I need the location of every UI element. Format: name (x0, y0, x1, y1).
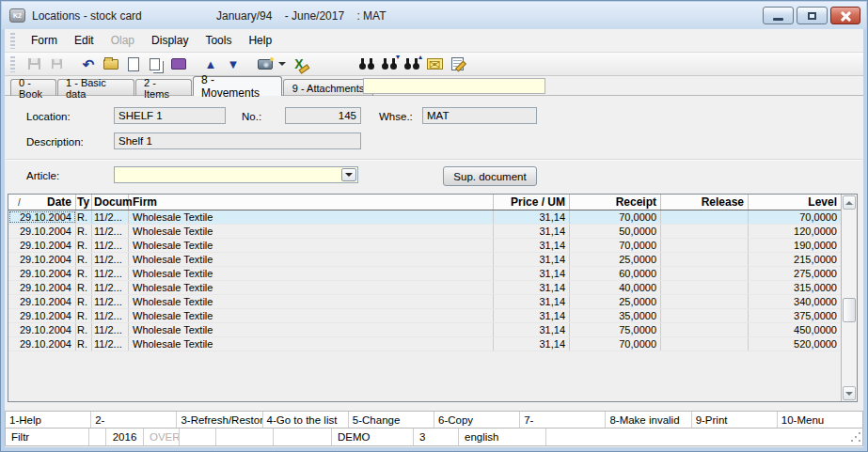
location-field[interactable]: SHELF 1 (114, 107, 226, 124)
tab-attachments[interactable]: 9 - Attachments (283, 79, 373, 96)
function-key-bar: 1-Help 2- 3-Refresh/Restore 4-Go to the … (5, 411, 863, 429)
table-row[interactable]: 29.10.2004 R. 11/2... Wholesale Textile … (8, 225, 841, 239)
menu-form[interactable]: Form (23, 30, 66, 51)
fnkey-7[interactable]: 7- (520, 412, 606, 428)
cell-price: 31,14 (494, 309, 570, 322)
cell-ty: R. (76, 239, 92, 252)
close-button[interactable] (830, 7, 860, 24)
cell-date: 29.10.2004 (8, 337, 76, 351)
find-icon[interactable] (355, 54, 378, 74)
status-bar: Filtr 2016 OVER DEMO 3 english (5, 429, 863, 446)
move-up-icon[interactable]: ▲ (199, 54, 222, 74)
cell-price: 31,14 (494, 253, 570, 266)
cell-date: 29.10.2004 (8, 253, 76, 266)
status-over-mode: OVER (144, 429, 180, 445)
table-row[interactable]: 29.10.2004 R. 11/2... Wholesale Textile … (8, 239, 841, 253)
fnkey-2[interactable]: 2- (91, 412, 177, 428)
description-field[interactable]: Shelf 1 (114, 132, 361, 149)
fnkey-1-help[interactable]: 1-Help (6, 412, 91, 428)
vertical-scrollbar[interactable] (841, 195, 857, 401)
window-title-period: January/94 - June/2017 : MAT (216, 9, 387, 23)
undo-icon[interactable]: ↶ (77, 54, 100, 74)
col-header-firm[interactable]: Firm (129, 195, 494, 210)
toolbar-gripper[interactable] (10, 56, 15, 72)
fnkey-8-make-invalid[interactable]: 8-Make invalid (606, 412, 691, 428)
move-down-icon[interactable]: ▼ (222, 54, 245, 74)
title-bar[interactable]: K2 Locations - stock card January/94 - J… (2, 2, 866, 29)
cell-level: 190,0000 (749, 239, 841, 252)
cell-receipt: 40,0000 (570, 281, 661, 294)
whse-field[interactable]: MAT (422, 107, 537, 124)
email-icon[interactable]: ✉ (423, 54, 446, 74)
tab-book[interactable]: 0 - Book (10, 79, 56, 96)
save-icon (23, 54, 45, 74)
table-row[interactable]: 29.10.2004 R. 11/2... Wholesale Textile … (8, 210, 841, 225)
col-header-receipt[interactable]: Receipt (570, 195, 661, 210)
find-previous-icon[interactable]: ▴ (401, 54, 423, 74)
status-session: 3 (414, 429, 459, 445)
movements-grid: / Date Ty Docum Firm Price / UM Receipt … (8, 194, 858, 402)
cell-date: 29.10.2004 (8, 267, 76, 280)
tab-side-input[interactable] (363, 78, 545, 94)
cell-level: 520,0000 (749, 337, 841, 351)
sup-document-button[interactable]: Sup. document (443, 166, 537, 186)
scrollbar-thumb[interactable] (843, 298, 856, 322)
copy-icon[interactable] (145, 54, 167, 74)
status-user: DEMO (332, 429, 414, 445)
col-header-docum[interactable]: Docum (92, 195, 129, 210)
table-row[interactable]: 29.10.2004 R. 11/2... Wholesale Textile … (8, 323, 841, 337)
minimize-button[interactable] (763, 7, 794, 24)
sort-indicator-icon[interactable]: / (18, 197, 21, 208)
fnkey-5-change[interactable]: 5-Change (349, 412, 434, 428)
table-row[interactable]: 29.10.2004 R. 11/2... Wholesale Textile … (8, 295, 841, 309)
menu-tools[interactable]: Tools (197, 30, 240, 51)
tab-items[interactable]: 2 - Items (135, 79, 192, 96)
scroll-down-icon[interactable] (843, 386, 856, 400)
table-row[interactable]: 29.10.2004 R. 11/2... Wholesale Textile … (8, 309, 841, 323)
open-folder-icon[interactable] (100, 54, 122, 74)
fnkey-10-menu[interactable]: 10-Menu (778, 412, 862, 428)
book-icon[interactable] (167, 54, 190, 74)
table-row[interactable]: 29.10.2004 R. 11/2... Wholesale Textile … (8, 337, 841, 351)
menubar-gripper[interactable] (10, 33, 15, 49)
article-combobox[interactable] (114, 166, 358, 183)
resize-grip-icon[interactable] (849, 432, 860, 444)
restore-button[interactable] (797, 7, 828, 24)
col-header-ty[interactable]: Ty (76, 195, 92, 210)
menu-edit[interactable]: Edit (66, 30, 103, 51)
no-field[interactable]: 145 (285, 107, 361, 124)
cell-ty: R. (76, 267, 92, 280)
status-filter: Filtr (6, 429, 89, 445)
col-header-release[interactable]: Release (661, 195, 749, 210)
fnkey-6-copy[interactable]: 6-Copy (434, 412, 520, 428)
excel-export-icon[interactable]: X (288, 54, 310, 74)
fnkey-9-print[interactable]: 9-Print (692, 412, 778, 428)
cell-docum: 11/2... (92, 281, 129, 294)
camera-icon[interactable] (254, 54, 276, 74)
cell-date: 29.10.2004 (8, 309, 76, 322)
table-row[interactable]: 29.10.2004 R. 11/2... Wholesale Textile … (8, 267, 841, 281)
cell-price: 31,14 (494, 323, 570, 336)
content-divider (5, 95, 863, 96)
cell-release (661, 253, 749, 266)
cell-level: 275,0000 (749, 267, 841, 280)
cell-docum: 11/2... (92, 267, 129, 280)
scroll-up-icon[interactable] (843, 195, 856, 210)
find-next-icon[interactable]: ▾ (378, 54, 401, 74)
table-row[interactable]: 29.10.2004 R. 11/2... Wholesale Textile … (8, 253, 841, 267)
article-dropdown-icon[interactable] (341, 168, 356, 181)
cell-price: 31,14 (494, 337, 570, 351)
table-row[interactable]: 29.10.2004 R. 11/2... Wholesale Textile … (8, 281, 841, 295)
col-header-level[interactable]: Level (749, 195, 841, 210)
fnkey-4-go-to-list[interactable]: 4-Go to the list (263, 412, 349, 428)
camera-dropdown-icon[interactable] (276, 54, 288, 74)
col-header-price[interactable]: Price / UM (494, 195, 570, 210)
menu-display[interactable]: Display (143, 30, 197, 51)
new-document-icon[interactable] (122, 54, 145, 74)
tab-basic-data[interactable]: 1 - Basic data (57, 79, 134, 96)
cell-receipt: 70,0000 (570, 337, 661, 351)
tab-movements[interactable]: 8 - Movements (193, 76, 282, 96)
notes-icon[interactable] (446, 54, 468, 74)
menu-help[interactable]: Help (240, 30, 280, 51)
fnkey-3-refresh[interactable]: 3-Refresh/Restore (177, 412, 262, 428)
